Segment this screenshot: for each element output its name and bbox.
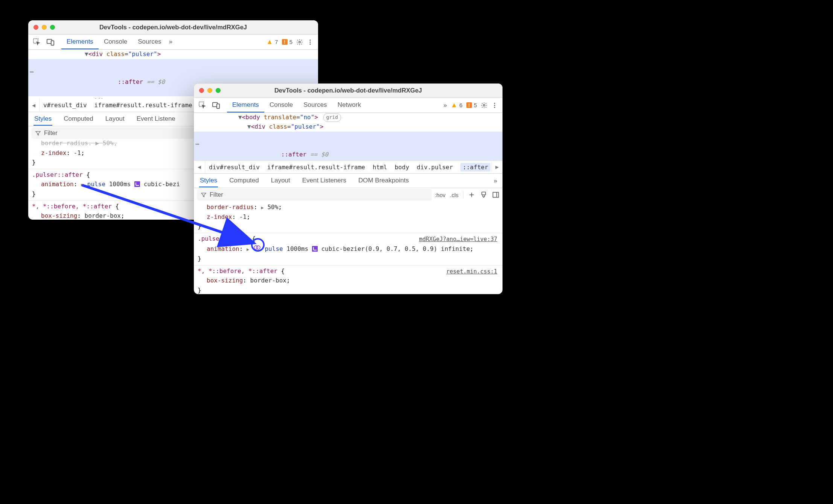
cls-toggle[interactable]: .cls — [450, 192, 459, 198]
animation-editor-icon[interactable] — [253, 243, 261, 252]
animation-easing: cubic-bezier(0.9, 0.7, 0.5, 0.9) — [321, 245, 437, 252]
subtab-event-listeners[interactable]: Event Listene — [136, 113, 176, 126]
minimize-icon[interactable] — [42, 25, 47, 30]
subtab-layout[interactable]: Layout — [270, 175, 291, 187]
computed-sidebar-icon[interactable] — [492, 191, 499, 199]
settings-icon[interactable] — [296, 39, 303, 46]
warning-icon: ▲ — [451, 101, 457, 109]
svg-point-10 — [483, 104, 485, 106]
animation-duration: 1000ms — [109, 181, 131, 188]
more-tabs-icon[interactable]: » — [443, 102, 447, 109]
selected-node-pseudo: ::after — [281, 151, 306, 158]
subtab-computed[interactable]: Computed — [63, 113, 94, 126]
easing-editor-icon[interactable] — [134, 181, 140, 187]
tab-elements[interactable]: Elements — [61, 35, 99, 49]
issues-count[interactable]: ! 5 — [466, 102, 477, 108]
expand-shorthand-icon[interactable]: ▶︎ — [81, 182, 84, 187]
kebab-menu-icon[interactable] — [307, 39, 314, 46]
traffic-lights — [199, 88, 221, 93]
crumb-next-icon[interactable]: ▶ — [491, 161, 503, 173]
tab-sources[interactable]: Sources — [298, 98, 332, 112]
animation-duration: 1000ms — [286, 245, 308, 252]
crumb-item[interactable]: v#result_div — [43, 102, 87, 109]
crumb-prev-icon[interactable]: ◀ — [194, 161, 205, 173]
crumb-prev-icon[interactable]: ◀ — [28, 99, 40, 112]
subtab-styles[interactable]: Styles — [34, 113, 52, 126]
tab-network[interactable]: Network — [332, 98, 366, 112]
filter-icon — [201, 192, 207, 198]
maximize-icon[interactable] — [216, 88, 221, 93]
tab-console[interactable]: Console — [264, 98, 298, 112]
grid-badge[interactable]: grid — [323, 113, 341, 121]
css-source-link[interactable]: reset.min.css:1 — [446, 267, 497, 276]
new-style-rule-icon[interactable] — [468, 191, 475, 199]
crumb-item[interactable]: iframe#result.result-iframe — [94, 102, 192, 109]
css-selector: .pulser::after — [32, 171, 83, 178]
breadcrumb[interactable]: ◀ div#result_div iframe#result.result-if… — [194, 160, 503, 174]
devtools-toolbar: Elements Console Sources Network » ▲ 6 !… — [194, 98, 503, 113]
inspect-element-icon[interactable] — [198, 101, 207, 109]
css-source-link[interactable]: mdRXGeJ?ano…iew=live:37 — [419, 235, 497, 244]
more-subtabs-icon[interactable]: » — [494, 177, 497, 185]
crumb-item[interactable]: div#result_div — [209, 164, 260, 171]
issues-count[interactable]: ! 5 — [282, 39, 292, 45]
panel-tabs: Elements Console Sources » — [61, 35, 175, 49]
easing-editor-icon[interactable] — [312, 246, 318, 252]
subtab-computed[interactable]: Computed — [228, 175, 259, 187]
css-rule[interactable]: border-radius: ▶︎ 50%; z-index: -1; } — [194, 202, 503, 233]
expand-shorthand-icon[interactable]: ▶︎ — [261, 205, 264, 210]
warnings-count[interactable]: ▲ 7 — [266, 38, 278, 46]
tab-elements[interactable]: Elements — [227, 98, 264, 112]
animation-name: pulse — [265, 245, 283, 252]
traffic-lights — [34, 25, 55, 30]
paint-flash-icon[interactable] — [480, 191, 487, 199]
subtab-layout[interactable]: Layout — [105, 113, 125, 126]
minimize-icon[interactable] — [207, 88, 212, 93]
selected-node-hint: == $0 — [310, 151, 328, 158]
crumb-item-active[interactable]: ::after — [460, 163, 490, 172]
warning-icon: ▲ — [266, 38, 273, 46]
close-icon[interactable] — [34, 25, 38, 30]
expand-shorthand-icon[interactable]: ▶︎ — [247, 247, 249, 252]
window-title: DevTools - codepen.io/web-dot-dev/live/m… — [28, 24, 318, 31]
devtools-window-front: DevTools - codepen.io/web-dot-dev/live/m… — [194, 83, 503, 294]
device-toolbar-icon[interactable] — [46, 38, 55, 46]
filter-placeholder: Filter — [44, 130, 58, 137]
svg-rect-15 — [493, 192, 499, 197]
window-title: DevTools - codepen.io/web-dot-dev/live/m… — [194, 87, 503, 94]
css-rule-pulser-after[interactable]: mdRXGeJ?ano…iew=live:37 .pulser::after {… — [194, 233, 503, 265]
crumb-item[interactable]: div.pulser — [417, 164, 453, 171]
css-rule-universal[interactable]: reset.min.css:1 *, *::before, *::after {… — [194, 265, 503, 294]
subtab-event-listeners[interactable]: Event Listeners — [302, 175, 347, 187]
tab-console[interactable]: Console — [99, 35, 132, 49]
svg-point-13 — [494, 106, 495, 108]
tab-sources[interactable]: Sources — [132, 35, 166, 49]
filter-placeholder: Filter — [210, 191, 223, 198]
css-selector: .pulser::after — [198, 235, 248, 242]
maximize-icon[interactable] — [50, 25, 55, 30]
more-tabs-icon[interactable]: » — [167, 35, 175, 49]
kebab-menu-icon[interactable] — [491, 102, 498, 109]
collapsed-indicator-icon: ⋯ — [195, 141, 199, 147]
svg-point-4 — [310, 39, 311, 41]
warnings-count[interactable]: ▲ 6 — [451, 101, 462, 109]
subtab-styles[interactable]: Styles — [199, 175, 218, 187]
issue-icon: ! — [466, 102, 472, 108]
hover-toggle[interactable]: :hov — [435, 192, 445, 198]
settings-icon[interactable] — [481, 102, 487, 109]
crumb-item[interactable]: body — [394, 164, 409, 171]
elements-tree[interactable]: ▼<body translate="no"> grid ▼<div class=… — [194, 113, 503, 160]
collapsed-indicator-icon: ⋯ — [30, 68, 34, 75]
animation-name: pulse — [87, 181, 105, 188]
svg-point-11 — [494, 103, 495, 104]
filter-icon — [35, 130, 41, 136]
crumb-item[interactable]: html — [373, 164, 387, 171]
subtab-dom-breakpoints[interactable]: DOM Breakpoints — [358, 175, 410, 187]
inspect-element-icon[interactable] — [33, 38, 41, 46]
close-icon[interactable] — [199, 88, 204, 93]
styles-pane[interactable]: border-radius: ▶︎ 50%; z-index: -1; } md… — [194, 202, 503, 294]
crumb-item[interactable]: iframe#result.result-iframe — [267, 164, 365, 171]
css-prop-animation: animation — [207, 245, 239, 252]
device-toolbar-icon[interactable] — [212, 101, 220, 109]
filter-input[interactable]: Filter — [197, 189, 432, 200]
